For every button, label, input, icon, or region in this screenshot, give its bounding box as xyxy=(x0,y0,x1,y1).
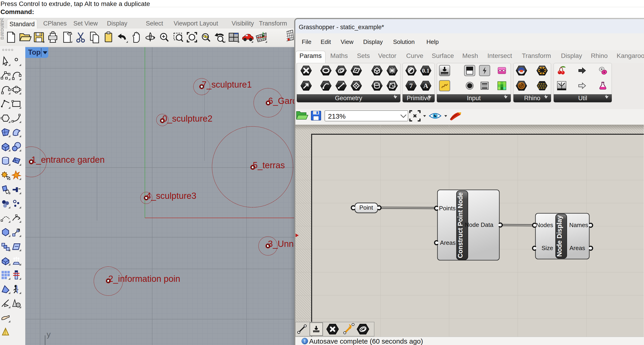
svg-text:A: A xyxy=(423,82,428,89)
svg-text:Names: Names xyxy=(569,222,588,229)
svg-text:Size: Size xyxy=(542,245,553,252)
svg-text:0.1: 0.1 xyxy=(422,67,430,74)
svg-text:Points: Points xyxy=(439,205,456,212)
svg-text:2_information poin: 2_information poin xyxy=(108,274,180,284)
svg-text:Construct Point Node: Construct Point Node xyxy=(456,192,464,258)
svg-text:4_sculpture3: 4_sculpture3 xyxy=(146,191,196,201)
svg-text:y: y xyxy=(47,330,50,339)
svg-text:Node Display: Node Display xyxy=(556,215,563,257)
svg-text:Node Data: Node Data xyxy=(465,221,494,228)
svg-text:5_terras: 5_terras xyxy=(253,160,285,170)
svg-text:7_sculpture1: 7_sculpture1 xyxy=(202,80,252,89)
svg-text:7: 7 xyxy=(410,82,413,89)
svg-text:213%: 213% xyxy=(328,112,346,120)
svg-text:0_sculpture2: 0_sculpture2 xyxy=(162,114,212,123)
svg-text:Areas: Areas xyxy=(440,239,456,246)
svg-text:Nodes: Nodes xyxy=(536,222,553,229)
svg-text:1_entrance garden: 1_entrance garden xyxy=(31,155,105,165)
svg-text:Areas: Areas xyxy=(570,245,585,252)
svg-text:Point: Point xyxy=(359,204,373,211)
